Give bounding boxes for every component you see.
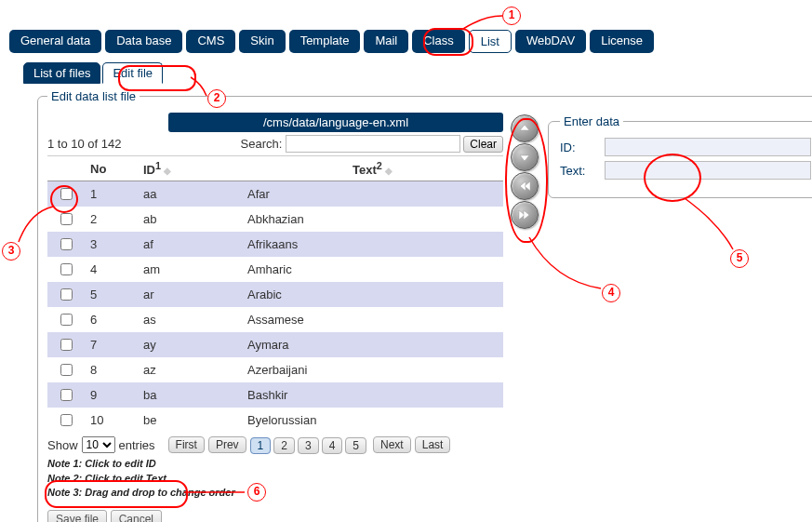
entries-label: entries [119,438,155,452]
table-row[interactable]: 8azAzerbaijani [47,357,503,382]
cell-no: 8 [85,357,138,382]
main-tab-general-data[interactable]: General data [9,30,101,53]
pager-page[interactable]: 1 [250,437,272,454]
cell-text[interactable]: Afar [242,181,503,207]
pager-page[interactable]: 4 [322,437,343,454]
col-text[interactable]: Text2◆ [242,156,503,181]
note-1: Note 1: Click to edit ID [47,457,503,471]
cell-text[interactable]: Bashkir [242,382,503,408]
cell-no: 4 [85,257,138,282]
row-checkbox[interactable] [60,263,73,275]
data-table: No ID1◆ Text2◆ 1aaAfar2abAbkhazian3afAfr… [47,156,503,433]
table-row[interactable]: 6asAssamese [47,307,503,332]
table-row[interactable]: 2abAbkhazian [47,207,503,232]
row-checkbox[interactable] [60,339,73,351]
cell-id[interactable]: ba [138,382,242,408]
cell-text[interactable]: Assamese [242,307,503,332]
move-first-button[interactable] [511,172,539,200]
sub-tabs: List of filesEdit file [23,62,803,84]
show-label: Show [47,438,78,452]
panel-legend: Edit data list file [47,89,140,103]
cell-id[interactable]: aa [138,181,242,207]
main-tab-webdav[interactable]: WebDAV [515,30,586,53]
main-tab-template[interactable]: Template [289,30,361,53]
cell-no: 7 [85,332,138,357]
text-label: Text: [560,164,599,178]
cell-id[interactable]: be [138,408,242,433]
main-tab-license[interactable]: License [590,30,654,53]
sub-tab-list-of-files[interactable]: List of files [23,62,100,84]
table-row[interactable]: 5arArabic [47,282,503,307]
page-size-select[interactable]: 10 [82,436,115,453]
search-input[interactable] [286,135,460,153]
row-checkbox[interactable] [60,364,73,376]
main-tab-cms[interactable]: CMS [186,30,235,53]
range-text: 1 to 10 of 142 [47,137,122,151]
cell-text[interactable]: Amharic [242,257,503,282]
cell-no: 6 [85,307,138,332]
cell-id[interactable]: az [138,357,242,382]
save-file-button[interactable]: Save file [47,510,107,523]
cell-no: 1 [85,181,138,207]
edit-data-panel: Edit data list file /cms/data/language-e… [37,89,812,522]
table-row[interactable]: 7ayAymara [47,332,503,357]
cancel-button[interactable]: Cancel [111,510,162,523]
col-checkbox [47,156,85,181]
pager-page[interactable]: 2 [273,437,295,454]
table-row[interactable]: 4amAmharic [47,257,503,282]
row-checkbox[interactable] [60,314,73,326]
col-no[interactable]: No [85,156,138,181]
main-tab-class[interactable]: Class [412,30,465,53]
move-last-button[interactable] [511,201,539,229]
id-input[interactable] [605,138,811,156]
col-id[interactable]: ID1◆ [138,156,242,181]
sort-icon: ◆ [164,166,171,176]
table-row[interactable]: 9baBashkir [47,382,503,408]
cell-id[interactable]: ar [138,282,242,307]
svg-marker-0 [520,125,529,130]
cell-text[interactable]: Abkhazian [242,207,503,232]
cell-id[interactable]: ab [138,207,242,232]
main-tab-mail[interactable]: Mail [364,30,408,53]
sort-icon: ◆ [385,166,393,176]
cell-text[interactable]: Afrikaans [242,232,503,257]
text-input[interactable] [605,161,811,180]
file-path-bar: /cms/data/language-en.xml [168,113,503,132]
row-checkbox[interactable] [60,414,73,426]
pager-first[interactable]: First [168,436,205,453]
cell-id[interactable]: af [138,232,242,257]
cell-no: 10 [85,408,138,433]
cell-text[interactable]: Aymara [242,332,503,357]
search-label: Search: [241,137,283,151]
main-tab-skin[interactable]: Skin [239,30,285,53]
table-row[interactable]: 10beByelorussian [47,408,503,433]
enter-data-form: Enter data ID: Text: [548,114,812,198]
cell-no: 2 [85,207,138,232]
table-row[interactable]: 3afAfrikaans [47,232,503,257]
cell-text[interactable]: Azerbaijani [242,357,503,382]
sub-tab-edit-file[interactable]: Edit file [102,62,163,84]
note-3: Note 3: Drag and drop to change order [47,486,503,500]
cell-text[interactable]: Arabic [242,282,503,307]
cell-id[interactable]: am [138,257,242,282]
pager-next[interactable]: Next [373,436,411,453]
clear-button[interactable]: Clear [463,136,503,153]
pager-page[interactable]: 5 [345,437,366,454]
form-legend: Enter data [560,114,623,128]
pager-last[interactable]: Last [415,436,451,453]
row-checkbox[interactable] [60,188,73,200]
table-row[interactable]: 1aaAfar [47,181,503,207]
cell-no: 5 [85,282,138,307]
svg-marker-5 [524,210,529,220]
cell-id[interactable]: as [138,307,242,332]
cell-text[interactable]: Byelorussian [242,408,503,433]
id-label: ID: [560,141,599,154]
move-top-button[interactable] [511,114,539,142]
main-tab-data-base[interactable]: Data base [105,30,182,53]
pager-page[interactable]: 3 [298,437,319,454]
row-checkbox[interactable] [60,389,73,401]
row-checkbox[interactable] [60,288,73,301]
cell-id[interactable]: ay [138,332,242,357]
move-down-button[interactable] [511,143,539,171]
pager-prev[interactable]: Prev [208,436,246,453]
